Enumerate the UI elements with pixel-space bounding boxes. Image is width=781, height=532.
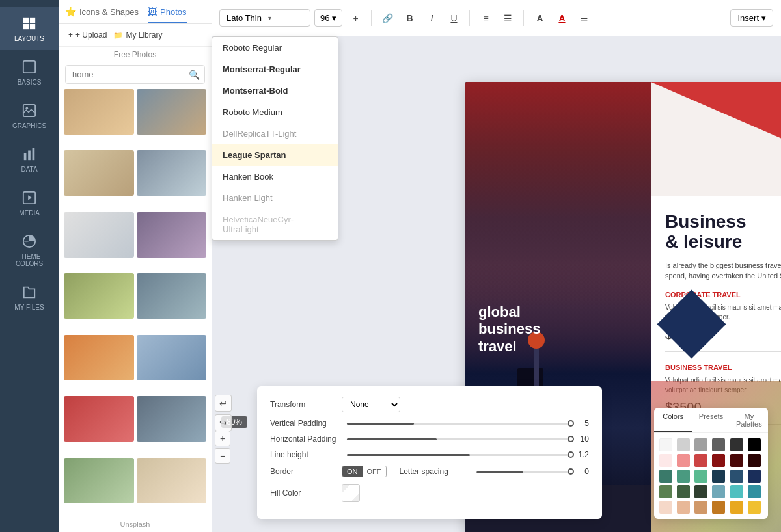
font-option-roboto-medium[interactable]: Roboto Medium <box>212 101 338 123</box>
colors-tab-colors[interactable]: Colors <box>654 408 692 432</box>
colors-tab-presets[interactable]: Presets <box>692 408 730 432</box>
font-chevron-icon: ▾ <box>268 14 271 21</box>
text-color-button[interactable]: A <box>530 9 549 27</box>
color-swatch[interactable] <box>730 454 743 467</box>
color-swatch[interactable] <box>730 485 743 498</box>
undo-button[interactable]: ↩ <box>215 395 232 412</box>
font-option-helvetica-neue[interactable]: HelveticaNeueCyr-UltraLight <box>212 209 338 240</box>
sidebar-item-basics[interactable]: BASICS <box>0 50 59 94</box>
insert-button[interactable]: Insert ▾ <box>730 9 773 27</box>
color-swatch[interactable] <box>659 501 672 514</box>
color-swatch[interactable] <box>677 438 690 451</box>
list-button[interactable]: ☰ <box>499 9 517 27</box>
color-swatch[interactable] <box>712 501 725 514</box>
sidebar-item-my-files[interactable]: MY FILES <box>0 275 59 319</box>
photo-thumb[interactable] <box>137 396 207 442</box>
color-swatch[interactable] <box>677 470 690 483</box>
font-size-selector[interactable]: 96 ▾ <box>314 9 342 27</box>
vertical-padding-slider[interactable] <box>347 423 571 425</box>
colors-panel: Colors Presets My Palettes <box>654 408 768 519</box>
photo-thumb[interactable] <box>64 150 134 196</box>
color-swatch[interactable] <box>694 501 707 514</box>
font-option-hanken-light[interactable]: Hanken Light <box>212 187 338 209</box>
color-swatch[interactable] <box>677 485 690 498</box>
link-button[interactable]: 🔗 <box>378 9 396 27</box>
color-swatch[interactable] <box>694 485 707 498</box>
color-swatch[interactable] <box>659 485 672 498</box>
color-swatch[interactable] <box>748 501 761 514</box>
color-swatch[interactable] <box>659 454 672 467</box>
font-option-dell-replica[interactable]: DellReplicaTT-Light <box>212 123 338 144</box>
redo-button[interactable]: ↪ <box>215 414 232 431</box>
photo-thumb[interactable] <box>137 212 207 258</box>
color-swatch[interactable] <box>748 485 761 498</box>
photo-thumb[interactable] <box>137 89 207 135</box>
photo-thumb[interactable] <box>137 458 207 503</box>
color-swatch[interactable] <box>694 438 707 451</box>
color-swatch[interactable] <box>677 501 690 514</box>
photo-thumb[interactable] <box>64 458 134 503</box>
color-swatch[interactable] <box>748 454 761 467</box>
photo-thumb[interactable] <box>64 273 134 319</box>
color-swatch[interactable] <box>694 454 707 467</box>
color-swatch[interactable] <box>712 470 725 483</box>
colors-tab-my-palettes[interactable]: My Palettes <box>730 408 768 432</box>
color-swatch[interactable] <box>659 470 672 483</box>
color-swatch[interactable] <box>694 470 707 483</box>
photo-thumb[interactable] <box>64 89 134 135</box>
sidebar-item-data[interactable]: DATA <box>0 137 59 181</box>
bold-button[interactable]: B <box>400 9 418 27</box>
font-option-montserrat-regular[interactable]: Montserrat-Regular <box>212 59 338 80</box>
font-option-roboto-regular[interactable]: Roboto Regular <box>212 37 338 59</box>
color-swatch[interactable] <box>677 454 690 467</box>
font-option-league-spartan[interactable]: League Spartan <box>212 144 338 166</box>
basics-label: BASICS <box>18 79 42 86</box>
text-settings-button[interactable]: ⚌ <box>575 9 593 27</box>
photo-thumb[interactable] <box>137 273 207 319</box>
color-swatch[interactable] <box>712 454 725 467</box>
data-label: DATA <box>21 166 37 173</box>
search-input[interactable] <box>65 65 205 84</box>
photo-thumb[interactable] <box>137 335 207 380</box>
photo-thumb[interactable] <box>64 212 134 258</box>
tab-icons-shapes[interactable]: ⭐ Icons & Shapes <box>65 7 139 23</box>
photo-thumb[interactable] <box>64 396 134 442</box>
insert-label: Insert <box>737 13 759 23</box>
sidebar-item-layouts[interactable]: LAYOUTS <box>0 7 59 50</box>
horizontal-padding-slider[interactable] <box>347 438 571 440</box>
align-button[interactable]: ≡ <box>476 9 495 27</box>
color-swatch[interactable] <box>730 501 743 514</box>
zoom-in-button[interactable]: + <box>215 431 230 446</box>
sidebar-item-media[interactable]: MEDIA <box>0 181 59 224</box>
photo-thumb[interactable] <box>137 150 207 196</box>
tab-photos[interactable]: 🖼 Photos <box>148 7 186 23</box>
upload-button[interactable]: + + Upload <box>68 31 107 40</box>
toolbar: Lato Thin ▾ 96 ▾ + 🔗 B I U ≡ ☰ A A ⚌ Ins… <box>212 0 781 36</box>
photo-thumb[interactable] <box>64 335 134 380</box>
color-swatch[interactable] <box>748 438 761 451</box>
sidebar-item-graphics[interactable]: GRAPHICS <box>0 94 59 137</box>
color-swatch[interactable] <box>730 438 743 451</box>
color-swatch[interactable] <box>659 438 672 451</box>
sidebar-item-theme-colors[interactable]: THEMECOLORS <box>0 224 59 275</box>
add-element-button[interactable]: + <box>346 9 364 27</box>
color-swatch[interactable] <box>730 470 743 483</box>
transform-select[interactable]: None <box>342 397 400 412</box>
color-swatch[interactable] <box>712 485 725 498</box>
color-swatch[interactable] <box>748 470 761 483</box>
zoom-out-button[interactable]: − <box>215 448 230 464</box>
border-toggle[interactable]: ON OFF <box>342 466 387 477</box>
italic-button[interactable]: I <box>422 9 441 27</box>
unsplash-credit: Unsplash <box>59 516 212 532</box>
fill-color-swatch[interactable] <box>342 484 360 502</box>
line-height-slider[interactable] <box>347 454 571 456</box>
underline-button[interactable]: U <box>445 9 463 27</box>
font-option-hanken-book[interactable]: Hanken Book <box>212 166 338 187</box>
font-option-montserrat-bold[interactable]: Montserrat-Bold <box>212 80 338 101</box>
letter-spacing-slider[interactable] <box>476 471 571 473</box>
text-underline-color-button[interactable]: A <box>553 9 571 27</box>
color-swatch[interactable] <box>712 438 725 451</box>
my-library-button[interactable]: 📁 My Library <box>113 31 162 40</box>
italic-icon: I <box>431 13 433 23</box>
font-select-box[interactable]: Lato Thin ▾ <box>219 9 310 27</box>
